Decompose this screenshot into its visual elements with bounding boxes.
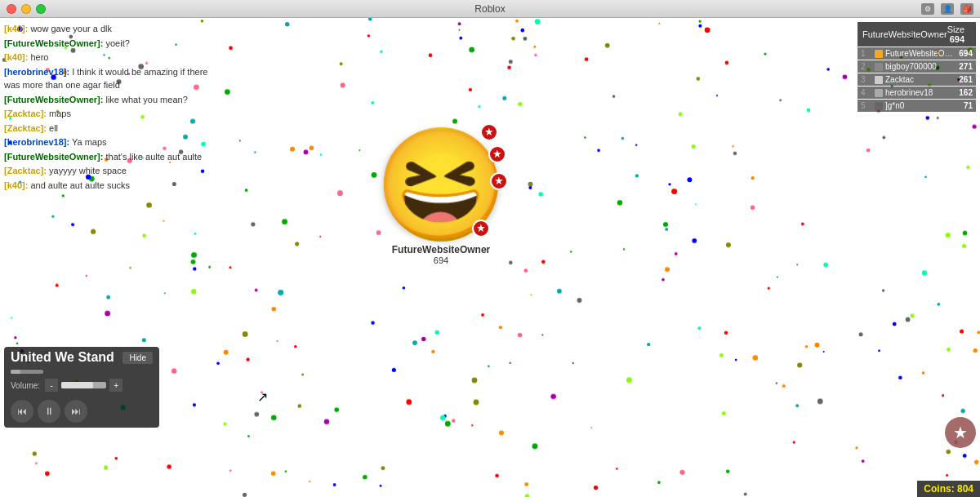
leaderboard-player-name: FutureWebsiteOwner [862, 29, 947, 39]
lb-score: 162 [959, 88, 973, 97]
chat-overlay: [k40]: wow gave your a dlk[FutureWebsite… [4, 22, 208, 193]
lb-color [875, 63, 883, 71]
music-hide-button[interactable]: Hide [122, 352, 153, 364]
lb-color [875, 89, 883, 97]
chat-line: [FutureWebsiteOwner]: like what you mean… [4, 93, 208, 107]
maximize-button[interactable] [36, 4, 46, 14]
star-badge-4: ★ [472, 220, 490, 237]
star-badge-3: ★ [490, 172, 508, 190]
volume-plus-button[interactable]: + [109, 379, 122, 392]
lb-score: 694 [959, 49, 973, 58]
cursor: ↗ [257, 389, 268, 405]
blob-player-name: FutureWebsiteOwner [384, 244, 498, 255]
titlebar: Roblox ⚙ 👤 🎒 [0, 0, 980, 18]
chat-line: [k40]: and aulte aut aulte sucks [4, 179, 208, 193]
pause-button[interactable]: ⏸ [38, 400, 60, 423]
lb-name: Zacktac [885, 75, 956, 84]
leaderboard: FutureWebsiteOwner Size 694 1 FutureWebs… [858, 22, 976, 112]
close-button[interactable] [7, 4, 16, 14]
star-badge-2: ★ [488, 145, 506, 163]
volume-minus-button[interactable]: - [45, 379, 58, 392]
lb-name: ]g*n0 [885, 101, 961, 110]
bag-icon[interactable]: 🎒 [960, 3, 973, 15]
music-progress-bar[interactable] [11, 370, 43, 374]
leaderboard-row: 2 bigboy700000 271 [858, 60, 976, 73]
lb-score: 71 [964, 101, 973, 110]
minimize-button[interactable] [21, 4, 31, 14]
chat-line: [k40]: wow gave your a dlk [4, 22, 208, 36]
lb-rank: 1 [861, 49, 872, 58]
bottom-right-badge[interactable]: ★ [945, 417, 976, 448]
lb-rank: 5 [861, 101, 872, 110]
lb-score: 271 [959, 62, 973, 71]
leaderboard-size-label: Size [947, 24, 964, 34]
lb-rank: 2 [861, 62, 872, 71]
star-badge-1: ★ [480, 123, 498, 141]
lb-score: 261 [959, 75, 973, 84]
lb-name: bigboy700000 [885, 62, 956, 71]
music-progress-fill [11, 370, 20, 374]
lb-rank: 3 [861, 75, 872, 84]
chat-line: [Zacktac]: ell [4, 122, 208, 135]
music-controls: Volume: - + [4, 375, 159, 397]
titlebar-icons: ⚙ 👤 🎒 [921, 3, 973, 15]
chat-line: [FutureWebsiteOwner]: yoeit? [4, 37, 208, 51]
leaderboard-row: 5 ]g*n0 71 [858, 100, 976, 112]
settings-icon[interactable]: ⚙ [921, 3, 934, 15]
prev-button[interactable]: ⏮ [11, 400, 33, 423]
leaderboard-row: 1 FutureWebsiteOwner 694 [858, 47, 976, 60]
game-area[interactable]: [k40]: wow gave your a dlk[FutureWebsite… [0, 18, 980, 497]
leaderboard-rows: 1 FutureWebsiteOwner 694 2 bigboy700000 … [858, 47, 976, 112]
chat-line: [herobrinev18]: Ya maps [4, 135, 208, 149]
leaderboard-header: FutureWebsiteOwner Size 694 [858, 22, 976, 47]
leaderboard-row: 3 Zacktac 261 [858, 73, 976, 86]
volume-slider-fill [61, 382, 93, 388]
playback-controls: ⏮ ⏸ ⏭ [11, 400, 153, 423]
music-title-bar: United We Stand Hide [4, 347, 159, 368]
coins-bar: Coins: 804 [917, 481, 980, 497]
lb-name: FutureWebsiteOwner [885, 49, 956, 58]
lb-name: herobrinev18 [885, 88, 956, 97]
lb-color [875, 50, 883, 58]
blob-player-score: 694 [384, 255, 498, 265]
volume-label: Volume: [11, 381, 40, 390]
blob-circle: 😆 ★ ★ ★ ★ [384, 127, 498, 242]
badge-star-icon: ★ [953, 423, 968, 442]
player-blob: 😆 ★ ★ ★ ★ FutureWebsiteOwner 694 [384, 127, 498, 265]
chat-line: [Zacktac]: maps [4, 107, 208, 121]
lb-color [875, 102, 883, 110]
music-title: United We Stand [11, 350, 114, 365]
titlebar-buttons [7, 4, 46, 14]
chat-line: [FutureWebsiteOwner]: that's like aulte … [4, 150, 208, 164]
next-button[interactable]: ⏭ [65, 400, 87, 423]
music-player: United We Stand Hide Volume: - + ⏮ ⏸ ⏭ [4, 347, 159, 428]
chat-line: [k40]: hero [4, 51, 208, 64]
leaderboard-size-value: 694 [950, 34, 964, 44]
coins-label: Coins: 804 [924, 483, 973, 495]
leaderboard-row: 4 herobrinev18 162 [858, 87, 976, 99]
lb-color [875, 76, 883, 84]
chat-line: [herobrinev18]: I think it would be amaz… [4, 65, 208, 92]
volume-slider[interactable] [61, 382, 106, 388]
chat-line: [Zacktac]: yayyyy white space [4, 164, 208, 178]
window-title: Roblox [474, 3, 505, 15]
user-icon[interactable]: 👤 [941, 3, 954, 15]
lb-rank: 4 [861, 88, 872, 97]
